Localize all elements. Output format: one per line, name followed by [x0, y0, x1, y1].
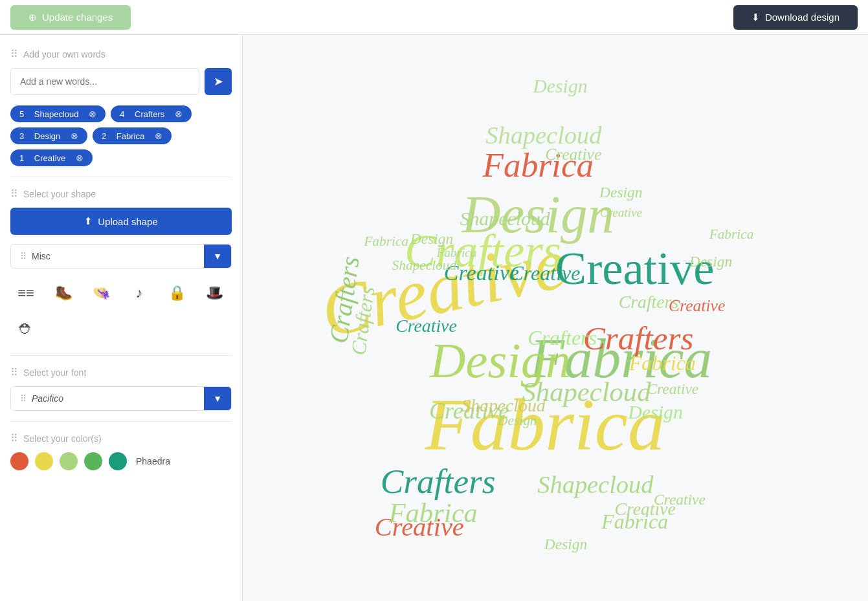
tag-count: 5: [19, 109, 24, 119]
main-layout: ⠿ Add your own words ➤ 5 Shapecloud ⊗4 C…: [0, 35, 868, 601]
add-words-row: ➤: [10, 68, 232, 95]
tag-count: 3: [19, 131, 24, 141]
shape-item-4[interactable]: 🔒: [161, 278, 192, 309]
word-cloud-word: Fabrica: [388, 497, 477, 527]
word-cloud-word: Design: [627, 400, 683, 422]
upload-shape-button[interactable]: ⬆ Upload shape: [10, 208, 232, 235]
shape-category-arrow[interactable]: ▼: [204, 245, 231, 268]
shape-category-value: Misc: [32, 251, 50, 261]
word-cloud-word: Design: [599, 184, 642, 201]
divider-1: [10, 177, 232, 177]
download-design-button[interactable]: ⬇ Download design: [733, 5, 858, 30]
select-colors-section: ⠿ Select your color(s): [10, 432, 232, 444]
palette-name: Phaedra: [136, 456, 170, 466]
shape-category-label: ⠿ Misc: [11, 245, 204, 268]
select-font-section: ⠿ Select your font: [10, 366, 232, 378]
select-shape-section: ⠿ Select your shape: [10, 188, 232, 200]
color-swatch-0[interactable]: [10, 452, 28, 470]
download-icon: ⬇: [751, 12, 760, 23]
tag-remove[interactable]: ⊗: [89, 109, 96, 119]
font-dropdown-arrow[interactable]: ▼: [204, 387, 231, 410]
word-cloud-word: Creative: [545, 144, 601, 163]
color-swatch-2[interactable]: [60, 452, 78, 470]
word-cloud-word: Fabrica: [363, 234, 408, 249]
word-cloud-word: Fabrica: [629, 351, 696, 375]
color-swatch-3[interactable]: [84, 452, 102, 470]
word-cloud-word: Design: [544, 536, 587, 552]
upload-icon: ⬆: [84, 215, 93, 227]
tags-area: 5 Shapecloud ⊗4 Crafters ⊗3 Design ⊗2 Fa…: [10, 105, 232, 166]
add-words-section: ⠿ Add your own words: [10, 48, 232, 60]
shape-item-6[interactable]: ⛑: [10, 314, 41, 345]
update-icon: ⊕: [28, 12, 37, 23]
word-cloud-word: Crafters: [528, 325, 597, 349]
word-cloud-word: Creative: [510, 261, 581, 285]
tag-word: Fabrica: [117, 131, 144, 141]
color-swatch-4[interactable]: [109, 452, 127, 470]
tag-item[interactable]: 4 Crafters ⊗: [111, 105, 192, 122]
word-cloud-word: Fabrica: [709, 226, 754, 242]
send-button[interactable]: ➤: [205, 68, 232, 95]
update-changes-button[interactable]: ⊕ Update changes: [10, 5, 131, 30]
divider-3: [10, 421, 232, 422]
tag-item[interactable]: 1 Creative ⊗: [10, 149, 93, 166]
tag-word: Creative: [34, 153, 65, 163]
word-cloud-word: Design: [532, 75, 588, 96]
section-icon-2: ⠿: [10, 188, 18, 200]
word-cloud-word: Creative: [647, 380, 698, 397]
top-bar: ⊕ Update changes ⬇ Download design: [0, 0, 868, 35]
word-cloud-word: Creative: [600, 206, 643, 219]
font-icon: ⠿: [20, 393, 27, 404]
select-font-label: Select your font: [23, 367, 86, 378]
canvas-area: CreativeCreativeFabricaDesignCraftersFab…: [243, 35, 868, 601]
tag-count: 1: [19, 153, 24, 163]
update-changes-label: Update changes: [42, 12, 113, 23]
dropdown-icon: ⠿: [20, 251, 27, 261]
add-words-label: Add your own words: [23, 49, 106, 60]
section-icon-4: ⠿: [10, 432, 18, 444]
section-icon: ⠿: [10, 48, 18, 60]
font-dropdown-label: ⠿ Pacifico: [11, 387, 204, 410]
shape-item-3[interactable]: ♪: [124, 278, 155, 309]
shapes-grid: ≡≡🥾👒♪🔒🎩⛑: [10, 278, 232, 345]
add-words-input[interactable]: [10, 68, 199, 95]
select-shape-label: Select your shape: [23, 189, 96, 199]
tag-item[interactable]: 5 Shapecloud ⊗: [10, 105, 106, 122]
word-cloud-word: Creative: [395, 316, 456, 336]
word-cloud-word: Creative: [654, 491, 706, 508]
tag-remove[interactable]: ⊗: [155, 131, 162, 141]
word-cloud-word: Shapecloud: [537, 470, 654, 497]
shape-item-1[interactable]: 🥾: [48, 278, 79, 309]
divider-2: [10, 355, 232, 356]
word-cloud-word: Shapecloud: [392, 257, 457, 273]
word-cloud-word: Fabrica: [436, 246, 477, 259]
tag-item[interactable]: 2 Fabrica ⊗: [93, 127, 172, 144]
font-dropdown[interactable]: ⠿ Pacifico ▼: [10, 386, 232, 411]
tag-word: Crafters: [135, 109, 164, 119]
section-icon-3: ⠿: [10, 366, 18, 378]
select-colors-label: Select your color(s): [23, 433, 102, 444]
word-cloud-word: Design: [497, 413, 537, 428]
word-cloud-word: Design: [410, 230, 453, 246]
tag-item[interactable]: 3 Design ⊗: [10, 127, 87, 144]
word-cloud-word: Shapecloud: [460, 208, 550, 229]
shape-category-dropdown[interactable]: ⠿ Misc ▼: [10, 244, 232, 268]
word-cloud-word: Design: [689, 253, 732, 270]
shape-item-0[interactable]: ≡≡: [10, 278, 41, 309]
font-name-value: Pacifico: [32, 393, 63, 404]
tag-word: Design: [34, 131, 60, 141]
tag-remove[interactable]: ⊗: [71, 131, 78, 141]
sidebar: ⠿ Add your own words ➤ 5 Shapecloud ⊗4 C…: [0, 35, 243, 601]
tag-remove[interactable]: ⊗: [175, 109, 183, 119]
tag-remove[interactable]: ⊗: [76, 153, 83, 163]
tag-count: 2: [102, 131, 106, 141]
word-cloud-svg: CreativeCreativeFabricaDesignCraftersFab…: [296, 53, 814, 584]
color-palette-row: Phaedra: [10, 452, 232, 470]
shape-item-5[interactable]: 🎩: [199, 278, 230, 309]
color-swatch-1[interactable]: [35, 452, 53, 470]
shape-item-2[interactable]: 👒: [86, 278, 117, 309]
download-design-label: Download design: [765, 12, 840, 23]
upload-shape-label: Upload shape: [98, 216, 158, 227]
tag-count: 4: [120, 109, 124, 119]
word-cloud-word: Creative: [669, 296, 725, 315]
